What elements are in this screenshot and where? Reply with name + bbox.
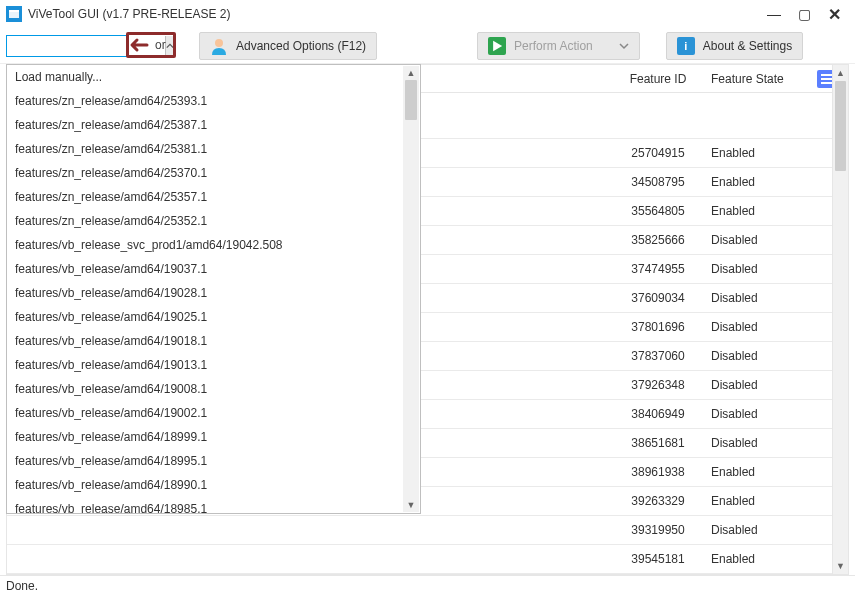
dropdown-item[interactable]: features/vb_release/amd64/19028.1 [7, 281, 420, 305]
perform-action-label: Perform Action [514, 39, 593, 53]
dropdown-item[interactable]: features/zn_release/amd64/25381.1 [7, 137, 420, 161]
scroll-thumb[interactable] [835, 81, 846, 171]
user-icon [210, 37, 228, 55]
svg-point-2 [215, 39, 223, 47]
dropdown-item[interactable]: features/vb_release/amd64/18999.1 [7, 425, 420, 449]
dropdown-scrollbar[interactable]: ▲ ▼ [403, 66, 419, 512]
annotation-arrow: or [126, 32, 176, 58]
dropdown-item[interactable]: features/vb_release/amd64/19013.1 [7, 353, 420, 377]
scroll-up-icon[interactable]: ▲ [403, 66, 419, 80]
play-icon [488, 37, 506, 55]
dropdown-item[interactable]: features/vb_release/amd64/18990.1 [7, 473, 420, 497]
table-scrollbar[interactable]: ▲ ▼ [832, 65, 848, 574]
toolbar: or Advanced Options (F12) Perform Action… [0, 28, 855, 64]
scroll-thumb[interactable] [405, 80, 417, 120]
build-dropdown: Load manually...features/zn_release/amd6… [6, 64, 421, 514]
col-feature-state[interactable]: Feature State [703, 65, 808, 92]
content-area: Feature ID Feature State 25704915Enabled… [0, 64, 855, 575]
dropdown-item[interactable]: features/vb_release_svc_prod1/amd64/1904… [7, 233, 420, 257]
table-row[interactable]: 39545181Enabled [7, 545, 848, 574]
about-settings-label: About & Settings [703, 39, 792, 53]
minimize-button[interactable]: — [759, 4, 789, 24]
scroll-down-icon[interactable]: ▼ [833, 558, 848, 574]
dropdown-item[interactable]: features/vb_release/amd64/19008.1 [7, 377, 420, 401]
dropdown-item[interactable]: features/zn_release/amd64/25393.1 [7, 89, 420, 113]
dropdown-item[interactable]: features/zn_release/amd64/25357.1 [7, 185, 420, 209]
arrow-left-icon [127, 36, 149, 54]
dropdown-item[interactable]: features/vb_release/amd64/19025.1 [7, 305, 420, 329]
dropdown-item[interactable]: features/vb_release/amd64/19002.1 [7, 401, 420, 425]
about-settings-button[interactable]: i About & Settings [666, 32, 803, 60]
dropdown-item[interactable]: features/vb_release/amd64/18985.1 [7, 497, 420, 514]
table-row[interactable]: 39319950Disabled [7, 516, 848, 545]
dropdown-item[interactable]: features/vb_release/amd64/18995.1 [7, 449, 420, 473]
advanced-options-button[interactable]: Advanced Options (F12) [199, 32, 377, 60]
titlebar: ViVeTool GUI (v1.7 PRE-RELEASE 2) — ▢ ✕ [0, 0, 855, 28]
perform-action-button[interactable]: Perform Action [477, 32, 640, 60]
scroll-down-icon[interactable]: ▼ [403, 498, 419, 512]
dropdown-item[interactable]: features/zn_release/amd64/25387.1 [7, 113, 420, 137]
dropdown-item[interactable]: features/vb_release/amd64/19037.1 [7, 257, 420, 281]
close-button[interactable]: ✕ [819, 4, 849, 24]
app-icon [6, 6, 22, 22]
svg-rect-1 [9, 10, 19, 12]
build-combobox[interactable] [6, 35, 127, 57]
maximize-button[interactable]: ▢ [789, 4, 819, 24]
dropdown-item[interactable]: Load manually... [7, 65, 420, 89]
statusbar: Done. [0, 575, 855, 595]
info-icon: i [677, 37, 695, 55]
window-title: ViVeTool GUI (v1.7 PRE-RELEASE 2) [28, 7, 759, 21]
dropdown-item[interactable]: features/zn_release/amd64/25352.1 [7, 209, 420, 233]
status-text: Done. [6, 579, 38, 593]
chevron-down-icon [619, 41, 629, 51]
scroll-up-icon[interactable]: ▲ [833, 65, 848, 81]
dropdown-item[interactable]: features/zn_release/amd64/25370.1 [7, 161, 420, 185]
or-label: or [155, 38, 166, 52]
advanced-options-label: Advanced Options (F12) [236, 39, 366, 53]
col-feature-id[interactable]: Feature ID [613, 65, 703, 92]
dropdown-item[interactable]: features/vb_release/amd64/19018.1 [7, 329, 420, 353]
